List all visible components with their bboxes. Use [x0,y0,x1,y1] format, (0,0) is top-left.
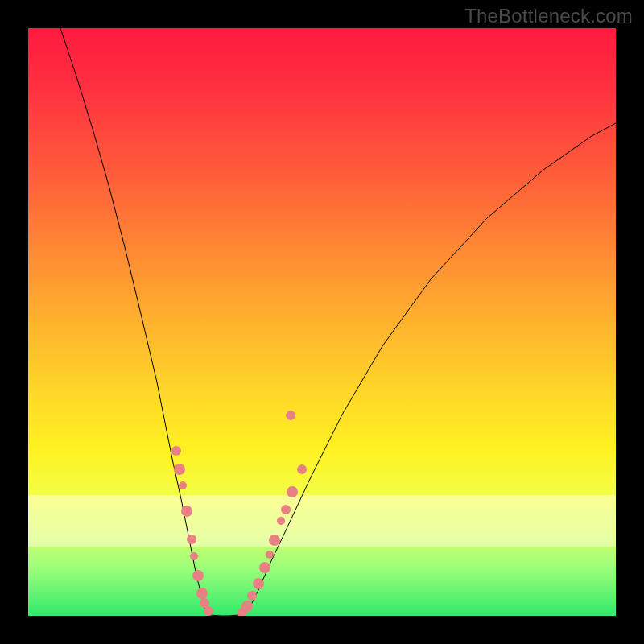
curve-left [60,28,207,614]
marker-dot [277,517,285,525]
chart-plot-area [28,28,616,616]
marker-dot [297,464,307,474]
marker-dot [281,505,291,514]
marker-dot [174,464,185,475]
watermark-text: TheBottleneck.com [464,5,633,27]
chart-svg [28,28,616,616]
marker-dot [247,591,257,601]
marker-dot [190,552,198,560]
marker-dot [204,606,213,616]
marker-dot [179,481,187,489]
chart-frame: TheBottleneck.com [0,0,644,644]
marker-dot [253,578,264,589]
marker-dot [266,551,274,559]
marker-dot [196,588,208,599]
marker-dot [181,506,192,517]
marker-dot [242,601,253,612]
marker-dot [171,446,181,456]
marker-group [171,411,307,616]
marker-dot [187,535,196,544]
marker-dot [192,570,204,581]
marker-dot [286,411,295,420]
curve-right [244,123,616,614]
marker-dot [269,535,280,546]
marker-dot [259,562,270,573]
marker-dot [287,486,298,497]
